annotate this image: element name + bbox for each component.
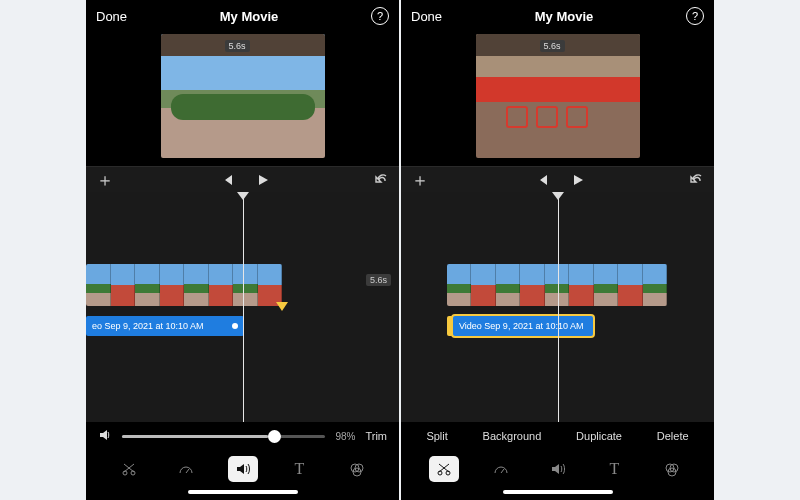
phone-left: Done My Movie ? 5.6s ＋: [86, 0, 399, 500]
playhead[interactable]: [243, 192, 245, 422]
split-button[interactable]: Split: [426, 430, 447, 442]
play-button[interactable]: [571, 173, 585, 187]
topbar: Done My Movie ?: [86, 0, 399, 32]
duration-badge: 5.6s: [540, 40, 565, 52]
scissors-tool[interactable]: [114, 456, 144, 482]
timeline[interactable]: 5.6s eo Sep 9, 2021 at 10:10 AM: [86, 192, 399, 422]
audio-tool[interactable]: [543, 456, 573, 482]
filters-tool[interactable]: [342, 456, 372, 482]
volume-knob[interactable]: [268, 430, 281, 443]
add-media-button[interactable]: ＋: [411, 168, 429, 192]
toolbar: T: [401, 450, 714, 488]
filters-tool[interactable]: [657, 456, 687, 482]
playhead-marker-icon: [552, 192, 564, 200]
video-clip[interactable]: [86, 264, 282, 306]
text-tool[interactable]: T: [285, 456, 315, 482]
timeline[interactable]: Video Sep 9, 2021 at 10:10 AM: [401, 192, 714, 422]
skip-back-button[interactable]: [220, 173, 234, 187]
help-button[interactable]: ?: [371, 7, 389, 25]
help-button[interactable]: ?: [686, 7, 704, 25]
toolbar: T: [86, 450, 399, 488]
undo-button[interactable]: [375, 173, 389, 187]
playhead[interactable]: [558, 192, 560, 422]
topbar: Done My Movie ?: [401, 0, 714, 32]
done-button[interactable]: Done: [411, 9, 442, 24]
project-title: My Movie: [442, 9, 686, 24]
trim-button[interactable]: Trim: [365, 430, 387, 442]
add-media-button[interactable]: ＋: [96, 168, 114, 192]
phone-right: Done My Movie ? 5.6s ＋: [401, 0, 714, 500]
text-tool[interactable]: T: [600, 456, 630, 482]
transport-bar: ＋: [401, 166, 714, 192]
project-title: My Movie: [127, 9, 371, 24]
duplicate-button[interactable]: Duplicate: [576, 430, 622, 442]
audio-clip-label: eo Sep 9, 2021 at 10:10 AM: [92, 321, 204, 331]
clip-duration-badge: 5.6s: [366, 274, 391, 286]
volume-percent: 98%: [335, 431, 355, 442]
playhead-marker-icon: [237, 192, 249, 200]
transport-bar: ＋: [86, 166, 399, 192]
audio-clip[interactable]: Video Sep 9, 2021 at 10:10 AM: [453, 316, 593, 336]
preview-thumbnail[interactable]: 5.6s: [161, 34, 325, 158]
audio-tool[interactable]: [228, 456, 258, 482]
volume-keyframe-icon[interactable]: [232, 323, 238, 329]
preview-area: 5.6s: [86, 32, 399, 166]
undo-button[interactable]: [690, 173, 704, 187]
audio-clip-label: Video Sep 9, 2021 at 10:10 AM: [459, 321, 583, 331]
trim-marker-icon[interactable]: [276, 302, 288, 311]
volume-row: 98% Trim: [86, 422, 399, 450]
home-indicator[interactable]: [86, 488, 399, 500]
action-row: Split Background Duplicate Delete: [401, 422, 714, 450]
volume-slider[interactable]: [122, 435, 325, 438]
background-button[interactable]: Background: [483, 430, 542, 442]
done-button[interactable]: Done: [96, 9, 127, 24]
delete-button[interactable]: Delete: [657, 430, 689, 442]
skip-back-button[interactable]: [535, 173, 549, 187]
speed-tool[interactable]: [486, 456, 516, 482]
play-button[interactable]: [256, 173, 270, 187]
preview-area: 5.6s: [401, 32, 714, 166]
preview-thumbnail[interactable]: 5.6s: [476, 34, 640, 158]
home-indicator[interactable]: [401, 488, 714, 500]
audio-clip[interactable]: eo Sep 9, 2021 at 10:10 AM: [86, 316, 244, 336]
speed-tool[interactable]: [171, 456, 201, 482]
speaker-icon[interactable]: [98, 428, 112, 444]
duration-badge: 5.6s: [225, 40, 250, 52]
scissors-tool[interactable]: [429, 456, 459, 482]
